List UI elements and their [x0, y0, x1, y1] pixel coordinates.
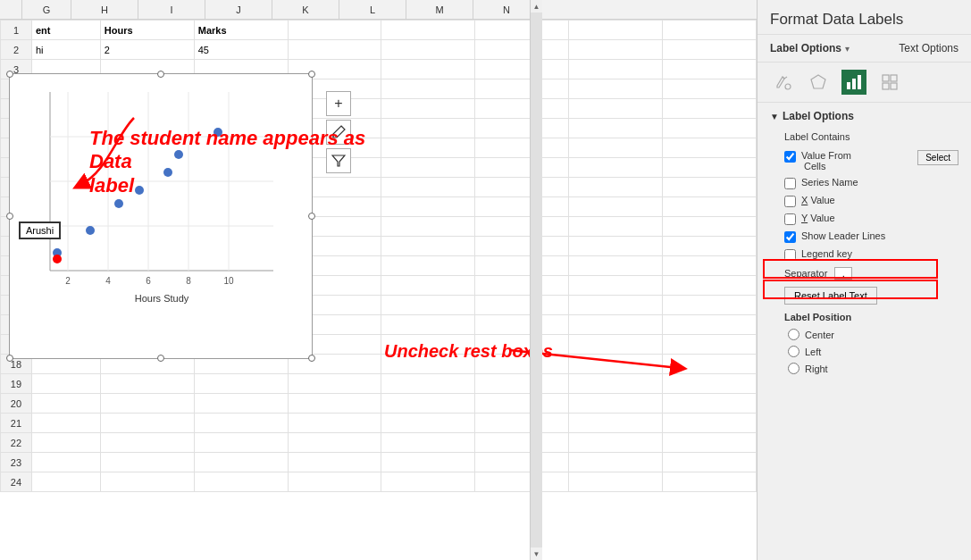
cell-r3-c6[interactable] [475, 60, 569, 79]
handle-br[interactable] [308, 355, 315, 362]
cell-r24-c6[interactable] [475, 472, 569, 492]
cell-r24-c4[interactable] [288, 472, 381, 492]
cell-r22-c8[interactable] [663, 433, 757, 453]
cell-r18-c5[interactable] [381, 355, 475, 374]
cell-r20-c4[interactable] [288, 394, 381, 414]
cell-r7-c6[interactable] [475, 138, 569, 158]
cell-r15-c7[interactable] [569, 296, 663, 315]
cell-r21-c3[interactable] [194, 414, 288, 433]
handle-ml[interactable] [6, 213, 13, 220]
cell-r22-c2[interactable] [100, 433, 194, 453]
cell-r2-c8[interactable] [663, 40, 757, 60]
cell-r22-c7[interactable] [569, 433, 663, 453]
handle-tr[interactable] [308, 71, 315, 78]
handle-mr[interactable] [308, 213, 315, 220]
radio-center-input[interactable] [788, 329, 799, 340]
cell-r18-c6[interactable] [475, 355, 569, 374]
cell-r24-c3[interactable] [194, 472, 288, 492]
cell-r16-c8[interactable] [663, 315, 757, 335]
text-options-tab[interactable]: Text Options [899, 42, 958, 54]
cell-r19-c2[interactable] [100, 374, 194, 394]
cell-r20-c1[interactable] [31, 394, 100, 414]
cell-r8-c6[interactable] [475, 158, 569, 178]
scroll-up-arrow[interactable]: ▲ [531, 0, 543, 13]
cell-r6-c5[interactable] [381, 119, 475, 138]
cell-r9-c5[interactable] [381, 178, 475, 197]
cell-r19-c3[interactable] [194, 374, 288, 394]
cell-r5-c6[interactable] [475, 99, 569, 119]
cell-r5-c5[interactable] [381, 99, 475, 119]
cell-r2-c4[interactable] [288, 40, 381, 60]
cell-r21-c6[interactable] [475, 414, 569, 433]
col-header-g[interactable]: G [22, 0, 71, 19]
cell-r1-c8[interactable] [663, 21, 757, 40]
cell-r23-c1[interactable] [31, 453, 100, 472]
cell-r7-c7[interactable] [569, 138, 663, 158]
cell-r19-c6[interactable] [475, 374, 569, 394]
cell-r23-c5[interactable] [381, 453, 475, 472]
cell-r2-c1[interactable]: hi [31, 40, 100, 60]
checkbox-series-name-input[interactable] [784, 178, 796, 189]
cell-r3-c5[interactable] [381, 60, 475, 79]
cell-r10-c8[interactable] [663, 197, 757, 217]
cell-r12-c6[interactable] [475, 237, 569, 256]
cell-r1-c1[interactable]: ent [31, 21, 100, 40]
col-header-j[interactable]: J [205, 0, 272, 19]
cell-r1-c5[interactable] [381, 21, 475, 40]
label-options-section-header[interactable]: ▼ Label Options [758, 103, 971, 126]
cell-r14-c6[interactable] [475, 276, 569, 296]
cell-r4-c8[interactable] [663, 79, 757, 99]
cell-r19-c4[interactable] [288, 374, 381, 394]
cell-r6-c7[interactable] [569, 119, 663, 138]
checkbox-show-leader-lines-input[interactable] [784, 231, 796, 243]
cell-r12-c8[interactable] [663, 237, 757, 256]
cell-r22-c5[interactable] [381, 433, 475, 453]
label-options-chevron[interactable]: ▾ [845, 44, 850, 54]
cell-r4-c7[interactable] [569, 79, 663, 99]
cell-r9-c8[interactable] [663, 178, 757, 197]
chart-area[interactable]: 2 4 6 8 10 Hours Study [9, 73, 313, 359]
col-header-i[interactable]: I [138, 0, 205, 19]
cell-r22-c4[interactable] [288, 433, 381, 453]
cell-r10-c6[interactable] [475, 197, 569, 217]
col-header-h[interactable]: H [71, 0, 138, 19]
cell-r16-c5[interactable] [381, 315, 475, 335]
cell-r3-c7[interactable] [569, 60, 663, 79]
cell-r22-c1[interactable] [31, 433, 100, 453]
cell-r9-c7[interactable] [569, 178, 663, 197]
handle-bl[interactable] [6, 355, 13, 362]
cell-r24-c7[interactable] [569, 472, 663, 492]
fill-icon-btn[interactable] [770, 70, 795, 95]
cell-r14-c5[interactable] [381, 276, 475, 296]
cell-r7-c8[interactable] [663, 138, 757, 158]
cell-r1-c7[interactable] [569, 21, 663, 40]
cell-r2-c2[interactable]: 2 [100, 40, 194, 60]
cell-r12-c5[interactable] [381, 237, 475, 256]
cell-r17-c8[interactable] [663, 335, 757, 355]
cell-r19-c7[interactable] [569, 374, 663, 394]
cell-r14-c8[interactable] [663, 276, 757, 296]
cell-r24-c5[interactable] [381, 472, 475, 492]
cell-r20-c3[interactable] [194, 394, 288, 414]
cell-r23-c7[interactable] [569, 453, 663, 472]
chart-add-button[interactable]: + [326, 91, 351, 116]
chart-style-button[interactable] [326, 120, 351, 145]
cell-r16-c7[interactable] [569, 315, 663, 335]
cell-r1-c2[interactable]: Hours [100, 21, 194, 40]
cell-r9-c6[interactable] [475, 178, 569, 197]
cell-r6-c6[interactable] [475, 119, 569, 138]
cell-r1-c4[interactable] [288, 21, 381, 40]
checkbox-value-from-cells-input[interactable] [784, 151, 796, 163]
cell-r23-c6[interactable] [475, 453, 569, 472]
checkbox-legend-key-input[interactable] [784, 249, 796, 261]
label-options-tab[interactable]: Label Options [770, 42, 841, 54]
cell-r13-c7[interactable] [569, 256, 663, 276]
handle-tm[interactable] [157, 71, 164, 78]
cell-r11-c6[interactable] [475, 217, 569, 237]
cell-r20-c5[interactable] [381, 394, 475, 414]
cell-r19-c5[interactable] [381, 374, 475, 394]
cell-r21-c2[interactable] [100, 414, 194, 433]
cell-r24-c2[interactable] [100, 472, 194, 492]
cell-r2-c3[interactable]: 45 [194, 40, 288, 60]
col-header-m[interactable]: M [406, 0, 473, 19]
